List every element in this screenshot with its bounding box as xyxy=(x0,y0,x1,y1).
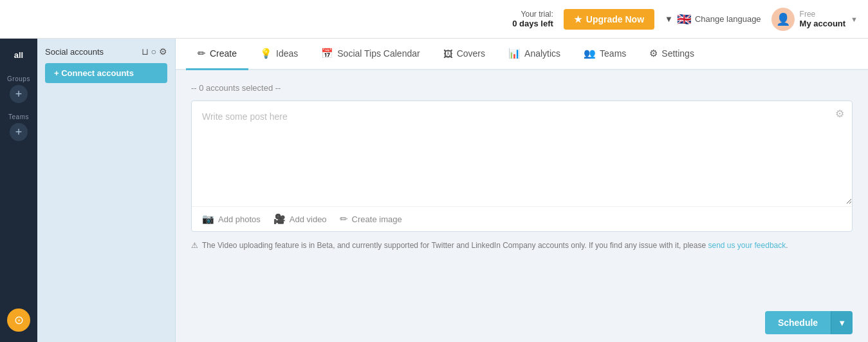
avatar: 👤 xyxy=(771,8,795,31)
ideas-icon: 💡 xyxy=(260,48,272,59)
pencil-icon: ✏ xyxy=(340,213,348,225)
warning-icon: ⚠ xyxy=(191,241,198,250)
beta-text: The Video uploading feature is in Beta, … xyxy=(202,241,788,250)
camera-icon: 📷 xyxy=(202,213,214,225)
tab-analytics[interactable]: 📊 Analytics xyxy=(497,39,572,70)
tab-navigation: ✏ Create 💡 Ideas 📅 Social Tips Calendar … xyxy=(176,39,868,70)
main-layout: all Groups + Teams + ⊙ Social accounts ⊔… xyxy=(0,39,868,342)
accounts-header-icons: ⊔ ○ ⚙ xyxy=(142,46,167,57)
analytics-icon: 📊 xyxy=(508,48,521,59)
upgrade-label: Upgrade Now xyxy=(586,14,644,24)
schedule-group: Schedule ▼ xyxy=(765,311,853,334)
lang-label: Change language xyxy=(695,14,761,24)
link-icon[interactable]: ⊔ xyxy=(142,46,149,57)
language-change[interactable]: ▼ 🇬🇧 Change language xyxy=(665,12,761,26)
tab-settings[interactable]: ⚙ Settings xyxy=(638,39,706,70)
tab-teams-label: Teams xyxy=(600,48,626,59)
account-area[interactable]: 👤 Free My account ▼ xyxy=(771,8,858,31)
post-gear-icon[interactable]: ⚙ xyxy=(835,108,844,120)
teams-icon: 👥 xyxy=(584,48,596,59)
tab-covers-label: Covers xyxy=(457,48,485,59)
trial-info: Your trial: 0 days left xyxy=(512,10,553,28)
tab-create[interactable]: ✏ Create xyxy=(186,39,248,70)
star-icon: ★ xyxy=(574,14,582,24)
tab-analytics-label: Analytics xyxy=(524,48,560,59)
sidebar-teams-section: Teams + xyxy=(0,113,37,141)
trial-days: 0 days left xyxy=(512,19,553,28)
add-video-label: Add video xyxy=(290,214,327,224)
post-editor: ⚙ 📷 Add photos 🎥 Add video ✏ Create imag… xyxy=(191,100,853,232)
connect-accounts-button[interactable]: + Connect accounts xyxy=(45,63,167,83)
tab-ideas-label: Ideas xyxy=(276,48,298,59)
sidebar-teams-label: Teams xyxy=(8,113,29,120)
accounts-header: Social accounts ⊔ ○ ⚙ xyxy=(45,46,167,57)
accounts-selected: -- 0 accounts selected -- xyxy=(191,83,853,93)
settings-icon: ⚙ xyxy=(649,48,658,59)
schedule-button[interactable]: Schedule xyxy=(765,311,831,334)
tab-ideas[interactable]: 💡 Ideas xyxy=(248,39,309,70)
add-team-button[interactable]: + xyxy=(10,123,28,141)
tab-social-tips[interactable]: 📅 Social Tips Calendar xyxy=(309,39,431,70)
tab-covers[interactable]: 🖼 Covers xyxy=(432,39,497,70)
main-content: ✏ Create 💡 Ideas 📅 Social Tips Calendar … xyxy=(176,39,868,342)
tab-create-label: Create xyxy=(210,48,237,59)
accounts-header-label: Social accounts xyxy=(45,47,104,57)
add-video-button[interactable]: 🎥 Add video xyxy=(273,213,327,225)
account-info: Free My account xyxy=(800,10,846,28)
accounts-panel: Social accounts ⊔ ○ ⚙ + Connect accounts xyxy=(37,39,176,342)
flag-icon: 🇬🇧 xyxy=(677,12,691,26)
schedule-dropdown-button[interactable]: ▼ xyxy=(831,311,853,334)
help-icon: ⊙ xyxy=(14,313,24,327)
search-icon[interactable]: ○ xyxy=(151,46,156,57)
tab-settings-label: Settings xyxy=(661,48,694,59)
top-bar: Your trial: 0 days left ★ Upgrade Now ▼ … xyxy=(0,0,868,39)
plus-icon: + xyxy=(15,126,23,138)
content-area: -- 0 accounts selected -- ⚙ 📷 Add photos… xyxy=(176,70,868,303)
beta-feedback-link[interactable]: send us your feedback xyxy=(708,241,786,250)
sidebar: all Groups + Teams + ⊙ xyxy=(0,39,37,342)
upgrade-button[interactable]: ★ Upgrade Now xyxy=(564,9,654,30)
bottom-bar: Schedule ▼ xyxy=(176,303,868,342)
beta-notice: ⚠ The Video uploading feature is in Beta… xyxy=(191,241,853,250)
tab-teams[interactable]: 👥 Teams xyxy=(572,39,638,70)
account-tier: Free xyxy=(800,10,846,19)
schedule-chevron-icon: ▼ xyxy=(838,318,846,328)
add-group-button[interactable]: + xyxy=(10,85,28,103)
create-icon: ✏ xyxy=(198,48,206,59)
create-image-label: Create image xyxy=(352,214,402,224)
add-photos-button[interactable]: 📷 Add photos xyxy=(202,213,261,225)
account-name: My account xyxy=(800,19,846,28)
plus-icon: + xyxy=(15,88,23,100)
sidebar-all[interactable]: all xyxy=(0,45,37,65)
chevron-down-icon: ▼ xyxy=(851,15,858,23)
calendar-icon: 📅 xyxy=(321,48,333,59)
sidebar-groups-section: Groups + xyxy=(0,75,37,103)
connect-label: + Connect accounts xyxy=(54,68,134,78)
sidebar-groups-label: Groups xyxy=(7,75,30,82)
add-photos-label: Add photos xyxy=(218,214,261,224)
gear-icon[interactable]: ⚙ xyxy=(159,46,167,57)
post-textarea[interactable] xyxy=(192,101,852,204)
chevron-left-icon: ▼ xyxy=(665,14,673,24)
sidebar-footer: ⊙ xyxy=(7,309,30,332)
post-actions: 📷 Add photos 🎥 Add video ✏ Create image xyxy=(192,206,852,231)
tab-social-tips-label: Social Tips Calendar xyxy=(337,48,420,59)
help-button[interactable]: ⊙ xyxy=(7,309,30,332)
create-image-button[interactable]: ✏ Create image xyxy=(340,213,402,225)
trial-label: Your trial: xyxy=(512,10,553,19)
video-icon: 🎥 xyxy=(273,213,286,225)
covers-icon: 🖼 xyxy=(443,48,453,59)
